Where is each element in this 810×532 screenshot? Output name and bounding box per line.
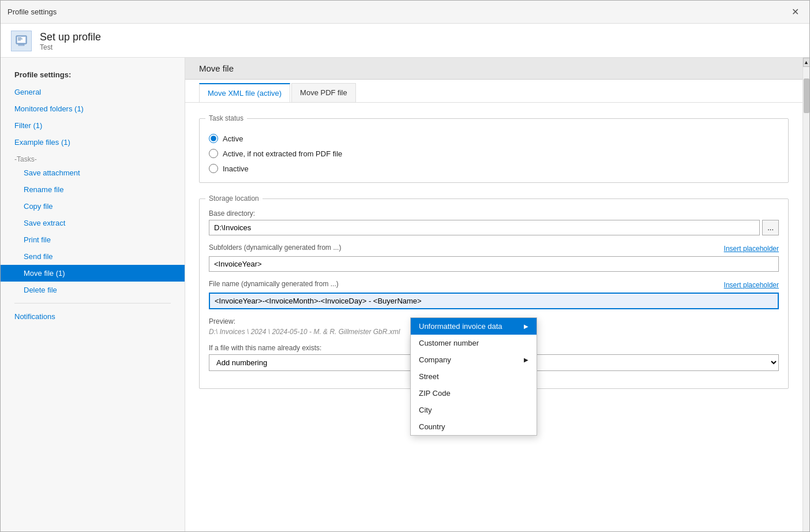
sidebar-item-copy-file[interactable]: Copy file <box>1 198 185 215</box>
browse-button[interactable]: ... <box>762 220 779 235</box>
menu-item-street[interactable]: Street <box>411 368 537 385</box>
sidebar-item-general[interactable]: General <box>1 84 185 100</box>
subfolders-field: Subfolders (dynamically generated from .… <box>209 243 779 272</box>
filename-insert-placeholder[interactable]: Insert placeholder <box>724 281 779 289</box>
task-status-legend: Task status <box>205 114 247 122</box>
task-status-radio-group: Active Active, if not extracted from PDF… <box>209 134 779 173</box>
tab-move-xml[interactable]: Move XML file (active) <box>199 83 290 102</box>
radio-active-if-not[interactable]: Active, if not extracted from PDF file <box>209 149 779 158</box>
svg-rect-2 <box>18 38 21 38</box>
sidebar-item-monitored-folders[interactable]: Monitored folders (1) <box>1 100 185 117</box>
sidebar: Profile settings: General Monitored fold… <box>1 58 185 531</box>
menu-item-unformatted-header[interactable]: Unformatted invoice data ▶ <box>411 318 537 335</box>
scrollbar-up[interactable]: ▲ <box>803 58 810 67</box>
scrollbar-thumb[interactable] <box>804 78 809 113</box>
scrollbar: ▲ <box>802 58 809 531</box>
profile-icon <box>15 35 28 47</box>
tabs-container: Move XML file (active) Move PDF file <box>185 80 802 103</box>
main-panel: Move file Move XML file (active) Move PD… <box>185 58 802 531</box>
base-directory-input-row: ... <box>209 220 779 235</box>
task-status-fieldset: Task status Active Active, if not extrac… <box>199 114 789 183</box>
page-header: Set up profile Test <box>1 24 809 58</box>
sidebar-item-filter[interactable]: Filter (1) <box>1 117 185 134</box>
sidebar-item-send-file[interactable]: Send file <box>1 248 185 265</box>
sidebar-item-delete-file[interactable]: Delete file <box>1 282 185 298</box>
filename-header: File name (dynamically generated from ..… <box>209 280 779 290</box>
base-directory-input[interactable] <box>209 220 760 235</box>
content-area: Profile settings: General Monitored fold… <box>1 58 809 531</box>
sidebar-item-notifications[interactable]: Notifications <box>1 308 185 325</box>
radio-active-input[interactable] <box>209 134 218 143</box>
subfolders-label: Subfolders (dynamically generated from .… <box>209 243 341 252</box>
filename-label: File name (dynamically generated from ..… <box>209 280 339 288</box>
tab-move-pdf[interactable]: Move PDF file <box>291 83 356 102</box>
sidebar-tasks-label: -Tasks- <box>1 151 185 164</box>
subfolders-header: Subfolders (dynamically generated from .… <box>209 243 779 254</box>
svg-rect-4 <box>18 40 21 40</box>
storage-location-legend: Storage location <box>205 194 262 203</box>
radio-active-label: Active <box>223 134 243 143</box>
submenu-arrow-company: ▶ <box>524 357 528 363</box>
filename-field: File name (dynamically generated from ..… <box>209 280 779 309</box>
base-directory-label: Base directory: <box>209 209 779 218</box>
main-panel-header: Move file <box>185 58 802 80</box>
radio-active-if-not-input[interactable] <box>209 149 218 158</box>
sidebar-item-save-attachment[interactable]: Save attachment <box>1 164 185 181</box>
header-text: Set up profile Test <box>40 31 101 51</box>
sidebar-item-save-extract[interactable]: Save extract <box>1 215 185 231</box>
sidebar-item-example-files[interactable]: Example files (1) <box>1 134 185 151</box>
menu-item-customer-number[interactable]: Customer number <box>411 335 537 351</box>
context-menu-container: Invoice details ▶ Invoice recipient ▶ In… <box>410 335 537 453</box>
menu-item-country[interactable]: Country <box>411 418 537 435</box>
title-bar: Profile settings ✕ <box>1 1 809 24</box>
base-directory-field: Base directory: ... <box>209 209 779 235</box>
window-title: Profile settings <box>7 8 57 16</box>
page-title: Set up profile <box>40 31 101 43</box>
context-menu-level2: Unformatted invoice data ▶ Customer numb… <box>410 317 537 436</box>
close-button[interactable]: ✕ <box>788 5 802 18</box>
page-subtitle: Test <box>40 43 101 51</box>
sidebar-section-title: Profile settings: <box>1 67 185 80</box>
window: Profile settings ✕ Set up profile Test P… <box>0 0 810 532</box>
radio-inactive[interactable]: Inactive <box>209 164 779 173</box>
sidebar-item-print-file[interactable]: Print file <box>1 231 185 248</box>
sidebar-divider <box>14 303 171 304</box>
subfolders-input[interactable] <box>209 256 779 272</box>
radio-inactive-label: Inactive <box>223 164 249 173</box>
menu-item-city[interactable]: City <box>411 402 537 418</box>
header-icon <box>11 31 32 51</box>
filename-input[interactable] <box>209 293 779 309</box>
svg-rect-5 <box>18 44 24 46</box>
submenu-arrow-unformatted: ▶ <box>524 323 528 329</box>
radio-active-if-not-label: Active, if not extracted from PDF file <box>223 149 342 158</box>
menu-item-zip-code[interactable]: ZIP Code <box>411 385 537 402</box>
sidebar-item-rename-file[interactable]: Rename file <box>1 181 185 198</box>
radio-inactive-input[interactable] <box>209 164 218 173</box>
menu-item-company[interactable]: Company ▶ <box>411 351 537 368</box>
svg-rect-3 <box>18 39 22 39</box>
radio-active[interactable]: Active <box>209 134 779 143</box>
subfolders-insert-placeholder[interactable]: Insert placeholder <box>724 245 779 253</box>
sidebar-item-move-file[interactable]: Move file (1) <box>1 265 185 282</box>
